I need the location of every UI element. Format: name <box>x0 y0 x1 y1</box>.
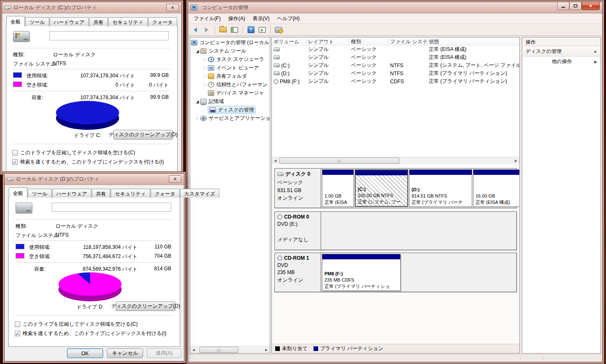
disk-cleanup-button[interactable]: ディスクのクリーンアップ(D) <box>113 130 173 140</box>
checkbox-unchecked[interactable] <box>12 150 18 156</box>
expanded-triangle-icon[interactable]: ◢ <box>194 99 200 104</box>
compress-drive-checkbox[interactable]: このドライブを圧縮してディスク領域を空ける(C) <box>15 321 138 328</box>
volume-label-input[interactable] <box>52 203 171 212</box>
col-filesystem[interactable]: ファイル システム <box>388 37 427 45</box>
volume-list-header[interactable]: ボリューム レイアウト 種類 ファイル システム 状態 <box>272 37 519 45</box>
partition-d[interactable]: (D:) 814.51 GB NTFS 正常 (プライマリ パーテ <box>409 169 472 207</box>
col-volume[interactable]: ボリューム <box>272 37 306 45</box>
tab-security[interactable]: セキュリティ <box>108 17 148 26</box>
menu-view[interactable]: 表示(V) <box>249 14 273 24</box>
tree-item-system-tools[interactable]: ◢ システム ツール <box>191 47 270 55</box>
tree-item-device-manager[interactable]: デバイス マネージャ <box>191 89 270 97</box>
tree-item-reliability-performance[interactable]: ▷ 信頼性とパフォーマン <box>191 80 270 89</box>
tab-customize[interactable]: カスタマイズ <box>180 189 220 198</box>
index-drive-checkbox[interactable]: ✓ 検索を速くするため、このドライブにインデックスを付ける(I) <box>12 158 164 166</box>
tree-item-disk-management[interactable]: ディスクの管理 <box>191 106 270 114</box>
cancel-button[interactable]: キャンセル <box>107 348 143 358</box>
index-drive-checkbox[interactable]: ✓ 検索を速くするため、このドライブにインデックスを付ける(I) <box>15 330 167 337</box>
collapsed-triangle-icon[interactable]: ▷ <box>202 57 208 61</box>
apply-button[interactable]: 適用(A) <box>147 348 181 358</box>
scroll-right-arrow[interactable]: ▶ <box>513 158 519 164</box>
back-icon[interactable] <box>191 25 200 34</box>
ok-button[interactable]: OK <box>67 348 103 358</box>
checkbox-checked[interactable]: ✓ <box>15 331 20 336</box>
partition-eisa-2[interactable]: 16.00 GB 正常 (EISA 構成) <box>473 169 520 207</box>
tree-item-computer-management-root[interactable]: コンピュータの管理 (ローカル <box>191 38 270 47</box>
collapsed-triangle-icon[interactable]: ▷ <box>202 66 208 70</box>
collapsed-triangle-icon[interactable]: ▷ <box>194 116 200 120</box>
close-button[interactable]: × <box>582 2 600 10</box>
tab-tools[interactable]: ツール <box>28 189 52 198</box>
maximize-button[interactable] <box>569 2 582 10</box>
col-type[interactable]: 種類 <box>349 37 388 45</box>
volume-row-c[interactable]: (C:) シンプル ベーシック NTFS 正常 (システム, ブート, ページ … <box>272 61 519 69</box>
scroll-thumb[interactable]: ||| <box>199 347 238 353</box>
close-icon[interactable]: × <box>166 4 179 11</box>
usage-pie-chart <box>58 272 122 302</box>
scroll-right-arrow[interactable]: ▶ <box>263 347 270 353</box>
mmc-titlebar[interactable]: コンピュータの管理 × <box>188 2 602 13</box>
minimize-button[interactable] <box>557 2 569 10</box>
partition-c[interactable]: (C:) 100.00 GB NTFS 正常 (システム, ブー <box>355 169 408 207</box>
forward-icon[interactable] <box>202 25 211 34</box>
partition-pm8-f[interactable]: PM8 (F:) 235 MB CDFS 正常 (プライマリ パーティショ <box>322 254 401 291</box>
help-icon[interactable]: ? <box>246 25 255 34</box>
cdrom0-empty-area[interactable] <box>321 212 516 250</box>
tab-hardware[interactable]: ハードウェア <box>50 17 89 26</box>
action-pane-icon[interactable] <box>258 25 267 34</box>
disk-cleanup-button[interactable]: ディスクのクリーンアップ(D) <box>116 301 175 311</box>
tree-item-event-viewer[interactable]: ▷ イベント ビューア <box>191 63 270 72</box>
folder-icon[interactable] <box>218 25 228 34</box>
collapsed-triangle-icon[interactable]: ▷ <box>202 82 208 87</box>
tab-sharing[interactable]: 共有 <box>92 189 110 198</box>
tab-quota[interactable]: クォータ <box>151 189 180 198</box>
scroll-thumb[interactable]: ||| <box>279 158 399 164</box>
tab-sharing[interactable]: 共有 <box>89 17 108 26</box>
col-status[interactable]: 状態 <box>427 37 519 45</box>
tab-quota[interactable]: クォータ <box>148 17 177 26</box>
usage-pie-chart <box>56 101 119 130</box>
tree-item-task-scheduler[interactable]: ▷ タスク スケジューラ <box>191 55 270 63</box>
dialog-c-titlebar[interactable]: ローカル ディスク (C:)のプロパティ × <box>2 2 181 13</box>
volume-row-d[interactable]: (D:) シンプル ベーシック NTFS 正常 (プライマリ パーティション) <box>272 69 519 77</box>
tree-horizontal-scrollbar[interactable]: ◀ ▶ ||| <box>190 346 270 353</box>
tab-tools[interactable]: ツール <box>25 17 49 26</box>
volume-label-input[interactable] <box>49 31 169 40</box>
checkbox-checked[interactable]: ✓ <box>12 159 18 165</box>
expanded-triangle-icon[interactable]: ◢ <box>194 49 200 53</box>
capacity-size: 814 GB <box>142 266 171 272</box>
partition-eisa-1[interactable]: 1.00 GB 正常 (EISA <box>322 169 354 207</box>
collapsed-triangle-icon[interactable]: ▷ <box>202 74 208 78</box>
scroll-left-arrow[interactable]: ◀ <box>272 158 279 164</box>
capacity-size: 99.9 GB <box>139 94 169 100</box>
tree-item-storage[interactable]: ◢ 記憶域 <box>191 97 270 106</box>
close-icon[interactable]: × <box>169 175 181 183</box>
disk-management-tools-icon[interactable] <box>274 25 283 34</box>
cdrom1-label[interactable]: CD-ROM 1 DVD 235 MB オンライン <box>275 253 321 292</box>
tree-item-services-applications[interactable]: ▷ サービスとアプリケーショ <box>191 114 270 122</box>
menu-help[interactable]: ヘルプ(H) <box>273 14 303 24</box>
menu-file[interactable]: ファイル(F) <box>190 14 224 24</box>
compress-drive-checkbox[interactable]: このドライブを圧縮してディスク領域を空ける(C) <box>12 149 135 156</box>
volume-row[interactable]: シンプル ベーシック 正常 (EISA 構成) <box>272 53 519 61</box>
volume-list-horizontal-scrollbar[interactable]: ◀ ▶ ||| <box>272 157 519 164</box>
volume-row-f[interactable]: PM8 (F:) シンプル ベーシック CDFS 正常 (プライマリ パーティシ… <box>272 77 519 85</box>
volume-row[interactable]: シンプル ベーシック 正常 (EISA 構成) <box>272 45 519 53</box>
menu-action[interactable]: 操作(A) <box>224 14 249 24</box>
disk0-label[interactable]: ディスク 0 ベーシック 931.51 GB オンライン <box>275 169 321 208</box>
cdrom0-label[interactable]: CD-ROM 0 DVD (E:) メディアなし <box>275 212 321 250</box>
collapse-arrow-icon[interactable]: ▲ <box>593 49 597 53</box>
col-layout[interactable]: レイアウト <box>306 37 349 45</box>
actions-more-actions[interactable]: 他の操作 ▶ <box>522 57 601 66</box>
tab-hardware[interactable]: ハードウェア <box>52 189 91 198</box>
checkbox-unchecked[interactable] <box>15 322 20 327</box>
tree-item-shared-folders[interactable]: ▷ 共有フォルダ <box>191 72 270 80</box>
tab-security[interactable]: セキュリティ <box>111 189 150 198</box>
tab-general[interactable]: 全般 <box>9 187 27 198</box>
scroll-left-arrow[interactable]: ◀ <box>190 347 197 353</box>
actions-group-disk-management[interactable]: ディスクの管理 ▲ <box>522 46 601 57</box>
tab-general[interactable]: 全般 <box>6 16 25 26</box>
used-space-label: 使用領域: <box>27 72 48 79</box>
dialog-d-titlebar[interactable]: ローカル ディスク (D:)のプロパティ × <box>5 174 184 185</box>
console-tree-icon[interactable] <box>230 25 239 34</box>
